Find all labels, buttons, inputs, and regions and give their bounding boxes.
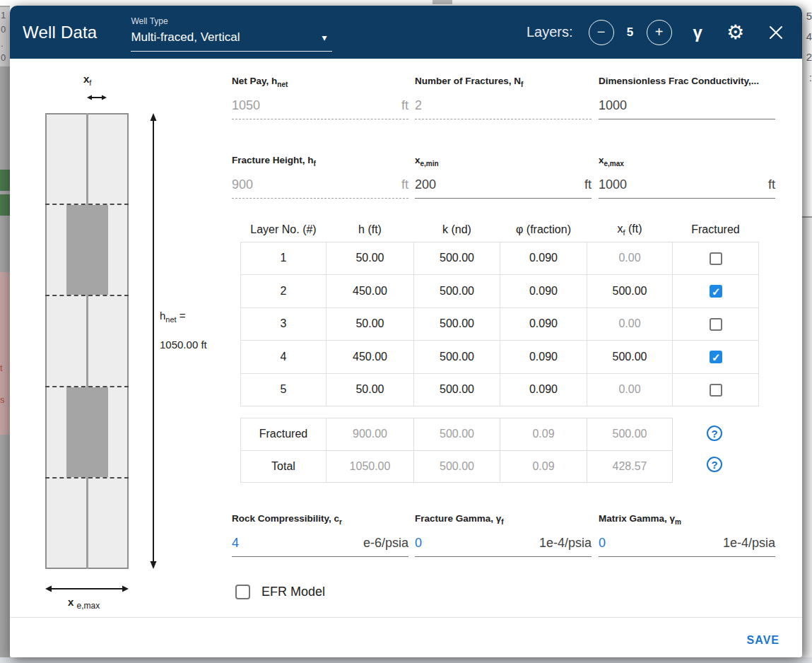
- gear-icon[interactable]: ⚙: [726, 23, 744, 42]
- xf-cell[interactable]: 0.00: [587, 242, 673, 275]
- summary-h: 900.00: [326, 418, 414, 451]
- hnet-value: 1050.00 ft: [160, 339, 207, 351]
- xf-cell[interactable]: 500.00: [587, 275, 673, 308]
- phi-cell[interactable]: 0.090: [500, 373, 587, 406]
- k-cell[interactable]: 500.00: [414, 242, 500, 275]
- xf-cell[interactable]: 0.00: [587, 373, 673, 406]
- help-icon[interactable]: ?: [707, 426, 722, 441]
- xe-max-input[interactable]: 1000: [599, 177, 627, 192]
- unit-label: ft: [401, 177, 408, 192]
- efr-model-row: EFR Model: [235, 585, 325, 599]
- xf-dimension-label: xf: [83, 73, 91, 87]
- table-row-layer-4: 4 450.00 500.00 0.090 500.00: [241, 341, 759, 374]
- well-type-select[interactable]: Well Type Multi-fraced, Vertical ▾: [131, 13, 332, 52]
- layer-boundary-line: [45, 295, 129, 296]
- net-pay-input[interactable]: 1050: [232, 98, 260, 113]
- summary-row-total: Total 1050.00 500.00 0.09 428.57: [241, 450, 673, 483]
- xe-min-input[interactable]: 200: [415, 177, 436, 192]
- unit-label: e-6/psia: [363, 536, 408, 551]
- fracture-gamma-input[interactable]: 0: [415, 536, 422, 551]
- k-cell[interactable]: 500.00: [414, 341, 500, 374]
- help-icon[interactable]: ?: [707, 457, 722, 472]
- unit-label: ft: [768, 177, 775, 192]
- efr-model-label: EFR Model: [261, 585, 325, 599]
- field-number-of-fractures: Number of Fractures, Nf 2: [415, 76, 592, 119]
- h-cell[interactable]: 50.00: [326, 307, 414, 341]
- rock-compressibility-input[interactable]: 4: [232, 536, 239, 551]
- unit-label: 1e-4/psia: [723, 536, 775, 551]
- fractured-checkbox[interactable]: [710, 351, 722, 363]
- fracture-block-layer-2: [66, 205, 108, 295]
- h-cell[interactable]: 50.00: [326, 242, 414, 275]
- frac-conductivity-input[interactable]: 1000: [599, 98, 627, 113]
- col-header-h: h (ft): [326, 220, 414, 242]
- k-cell[interactable]: 500.00: [414, 275, 500, 308]
- layer-boundary-line: [45, 477, 129, 479]
- field-fracture-height: Fracture Height, hf 900ft: [232, 155, 408, 199]
- layer-no-cell: 3: [241, 307, 326, 341]
- col-header-xf: xf (ft): [587, 220, 673, 242]
- col-header-fractured: Fractured: [673, 220, 759, 242]
- fractured-checkbox[interactable]: [710, 285, 722, 298]
- gamma-icon[interactable]: γ: [693, 23, 702, 42]
- xf-cell[interactable]: 0.00: [587, 307, 673, 341]
- table-row-layer-1: 1 50.00 500.00 0.090 0.00: [241, 242, 759, 275]
- fractured-checkbox[interactable]: [710, 384, 722, 397]
- k-cell[interactable]: 500.00: [414, 307, 500, 341]
- unit-label: 1e-4/psia: [539, 536, 592, 551]
- summary-help-column: ? ?: [707, 418, 725, 472]
- number-of-fractures-input[interactable]: 2: [415, 98, 422, 113]
- layer-no-cell: 4: [241, 341, 326, 374]
- well-type-value: Multi-fraced, Vertical: [131, 30, 240, 45]
- col-header-k: k (nd): [414, 220, 500, 242]
- xemax-extent-arrow-icon: [45, 585, 129, 593]
- background-top-strip: [0, 0, 812, 6]
- fractured-cell: [673, 307, 759, 341]
- summary-phi: 0.09: [500, 450, 587, 483]
- background-text-fragment: 542:: [802, 6, 812, 218]
- layers-decrement-button[interactable]: −: [589, 20, 614, 45]
- h-cell[interactable]: 450.00: [326, 341, 414, 374]
- save-button[interactable]: SAVE: [741, 630, 785, 651]
- phi-cell[interactable]: 0.090: [500, 242, 587, 275]
- field-label: Dimensionless Frac Conductivity,...: [599, 76, 775, 88]
- fractured-checkbox[interactable]: [710, 318, 722, 331]
- fracture-height-input[interactable]: 900: [232, 177, 253, 192]
- background-bottom-strip: [0, 657, 812, 663]
- xemax-dimension-label: x e,max: [68, 596, 100, 611]
- background-fragment: [0, 194, 10, 216]
- fractured-cell: [673, 373, 759, 406]
- well-schematic-diagram: xf hnet = 1050.00 ft: [10, 59, 229, 624]
- phi-cell[interactable]: 0.090: [500, 341, 587, 374]
- summary-h: 1050.00: [326, 450, 414, 483]
- phi-cell[interactable]: 0.090: [500, 307, 587, 341]
- layers-increment-button[interactable]: +: [647, 20, 672, 45]
- summary-xf: 500.00: [587, 418, 673, 451]
- phi-cell[interactable]: 0.090: [500, 275, 587, 308]
- layer-no-cell: 5: [241, 373, 326, 406]
- hnet-dimension-arrow-icon: [148, 113, 159, 569]
- h-cell[interactable]: 50.00: [326, 373, 414, 406]
- k-cell[interactable]: 500.00: [414, 373, 500, 406]
- close-icon[interactable]: [768, 25, 784, 40]
- summary-table: Fractured 900.00 500.00 0.09 500.00 Tota…: [240, 418, 673, 483]
- field-label: Fracture Gamma, γf: [415, 513, 592, 526]
- matrix-gamma-input[interactable]: 0: [599, 536, 606, 551]
- layer-table: Layer No. (#) h (ft) k (nd) φ (fraction)…: [240, 220, 759, 406]
- background-text-fragment: ts: [0, 272, 10, 435]
- col-header-layer-no: Layer No. (#): [241, 220, 326, 242]
- background-text-fragment: 10.0: [0, 7, 10, 66]
- hnet-annotation: hnet = 1050.00 ft: [160, 303, 237, 358]
- summary-phi: 0.09: [500, 418, 587, 451]
- efr-model-checkbox[interactable]: [235, 585, 250, 599]
- table-row-layer-5: 5 50.00 500.00 0.090 0.00: [241, 373, 759, 406]
- field-label: Rock Compressibility, cr: [232, 513, 408, 526]
- xf-cell[interactable]: 500.00: [587, 341, 673, 374]
- h-cell[interactable]: 450.00: [326, 275, 414, 308]
- fractured-cell: [673, 341, 759, 374]
- fractured-checkbox[interactable]: [710, 252, 722, 265]
- layer-table-header-row: Layer No. (#) h (ft) k (nd) φ (fraction)…: [241, 220, 759, 242]
- unit-label: ft: [401, 98, 408, 113]
- background-fragment: [0, 170, 10, 191]
- summary-label: Total: [241, 450, 326, 483]
